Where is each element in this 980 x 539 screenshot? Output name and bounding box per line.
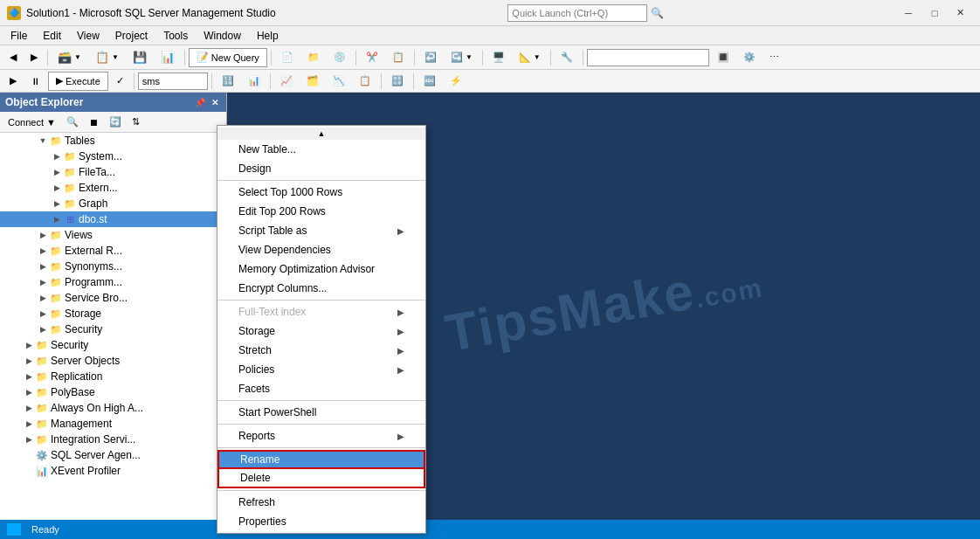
maximize-button[interactable]: □	[922, 4, 947, 22]
execute-button[interactable]: ▶ Execute	[48, 72, 108, 91]
ctx-facets[interactable]: Facets	[217, 379, 425, 398]
toolbar-btn7[interactable]: 💿	[328, 48, 352, 67]
toolbar-btn17[interactable]: ⋯	[763, 48, 785, 67]
query-btn5[interactable]: 📊	[242, 72, 266, 91]
menu-project[interactable]: Project	[108, 28, 155, 44]
query-btn6[interactable]: 📈	[274, 72, 299, 91]
ctx-refresh[interactable]: Refresh	[217, 493, 425, 512]
query-btn2[interactable]: ⏸	[24, 72, 46, 91]
menu-window[interactable]: Window	[197, 28, 248, 44]
tree-item-security-inner[interactable]: ▶ 📁 Security	[0, 321, 226, 337]
tree-item-extern[interactable]: ▶ 📁 Extern...	[0, 180, 226, 196]
expander-xevent	[23, 465, 35, 477]
back-button[interactable]: ◀	[3, 48, 23, 67]
oe-pin-button[interactable]: 📌	[194, 96, 206, 108]
connect-button[interactable]: Connect ▼	[3, 114, 60, 130]
toolbar-btn14[interactable]: 🔧	[555, 48, 579, 67]
tree-item-serverobjects[interactable]: ▶ 📁 Server Objects	[0, 353, 226, 369]
ctx-new-table[interactable]: New Table...	[217, 140, 425, 159]
oe-stop-button[interactable]: ⏹	[85, 114, 103, 130]
toolbar-search-input[interactable]	[587, 49, 709, 66]
close-button[interactable]: ✕	[949, 4, 973, 22]
query-btn7[interactable]: 🗂️	[300, 72, 325, 91]
back-icon: ◀	[10, 52, 17, 63]
menu-file[interactable]: File	[3, 28, 34, 44]
tree-item-servicebro[interactable]: ▶ 📁 Service Bro...	[0, 290, 226, 306]
forward-button[interactable]: ▶	[24, 48, 44, 67]
query-btn1[interactable]: ▶	[3, 72, 23, 91]
db-toolbar-btn1[interactable]: 🗃️ ▼	[52, 48, 87, 67]
ctx-select-top[interactable]: Select Top 1000 Rows	[217, 183, 425, 202]
sms-input[interactable]	[138, 73, 208, 90]
tree-item-synonyms[interactable]: ▶ 📁 Synonyms...	[0, 259, 226, 274]
ctx-design[interactable]: Design	[217, 159, 425, 178]
tree-item-replication[interactable]: ▶ 📁 Replication	[0, 369, 226, 384]
query-btn4[interactable]: 🔢	[216, 72, 240, 91]
ctx-view-deps[interactable]: View Dependencies	[217, 240, 425, 259]
oe-sort-button[interactable]: ⇅	[128, 114, 144, 130]
query-btn11[interactable]: 🔤	[418, 72, 442, 91]
tree-item-security[interactable]: ▶ 📁 Security	[0, 337, 226, 353]
toolbar-btn15[interactable]: 🔳	[711, 48, 735, 67]
ctx-rename[interactable]: Rename	[217, 450, 425, 469]
ctx-properties[interactable]: Properties	[217, 512, 425, 531]
tree-item-polybase[interactable]: ▶ 📁 PolyBase	[0, 384, 226, 400]
menu-help[interactable]: Help	[250, 28, 286, 44]
ctx-policies[interactable]: Policies ▶	[217, 360, 425, 379]
menu-edit[interactable]: Edit	[36, 28, 68, 44]
ctx-script-table[interactable]: Script Table as ▶	[217, 221, 425, 240]
tree-item-xevent[interactable]: 📊 XEvent Profiler	[0, 463, 226, 479]
tree-item-externalr[interactable]: ▶ 📁 External R...	[0, 243, 226, 259]
title-search-area: 🔍	[507, 4, 664, 22]
new-query-button[interactable]: 📝 New Query	[189, 48, 267, 67]
query-btn9[interactable]: 📋	[353, 72, 377, 91]
tree-item-graph[interactable]: ▶ 📁 Graph	[0, 196, 226, 211]
tree-item-sqlagent[interactable]: ⚙️ SQL Server Agen...	[0, 447, 226, 463]
tree-item-programm[interactable]: ▶ 📁 Programm...	[0, 274, 226, 290]
ctx-storage[interactable]: Storage ▶	[217, 321, 425, 341]
tree-item-views[interactable]: ▶ 📁 Views	[0, 227, 226, 243]
toolbar-btn8[interactable]: ✂️	[360, 48, 384, 67]
toolbar-btn9[interactable]: 📋	[386, 48, 411, 67]
tree-item-integration[interactable]: ▶ 📁 Integration Servi...	[0, 432, 226, 447]
toolbar-btn16[interactable]: ⚙️	[737, 48, 762, 67]
oe-refresh-button[interactable]: 🔄	[105, 114, 126, 130]
ctx-start-ps[interactable]: Start PowerShell	[217, 403, 425, 422]
query-btn3[interactable]: ✓	[110, 72, 130, 91]
minimize-button[interactable]: ─	[896, 4, 921, 22]
ctx-scroll-up[interactable]: ▲	[217, 128, 425, 140]
toolbar-btn11[interactable]: ↪️ ▼	[445, 48, 479, 67]
tree-item-management[interactable]: ▶ 📁 Management	[0, 416, 226, 432]
menu-tools[interactable]: Tools	[156, 28, 195, 44]
tree-item-storage[interactable]: ▶ 📁 Storage	[0, 306, 226, 321]
toolbar-btn10[interactable]: ↩️	[418, 48, 443, 67]
tree-item-system[interactable]: ▶ 📁 System...	[0, 149, 226, 164]
query-btn8[interactable]: 📉	[327, 72, 351, 91]
query-btn12[interactable]: ⚡	[444, 72, 468, 91]
ctx-memory-opt[interactable]: Memory Optimization Advisor	[217, 259, 425, 279]
menu-view[interactable]: View	[70, 28, 107, 44]
ctx-encrypt[interactable]: Encrypt Columns...	[217, 279, 425, 298]
db-toolbar-btn4[interactable]: 📊	[155, 48, 181, 67]
oe-filter-button[interactable]: 🔍	[62, 114, 83, 130]
object-explorer-tree: ▼ 📁 Tables ▶ 📁 System... ▶ 📁 FileTa... ▶…	[0, 133, 226, 520]
tree-item-tables[interactable]: ▼ 📁 Tables	[0, 133, 226, 149]
folder-icon-fileta: 📁	[63, 165, 77, 179]
ctx-delete[interactable]: Delete	[217, 469, 425, 488]
connect-label: Connect ▼	[8, 117, 56, 128]
toolbar-btn5[interactable]: 📄	[275, 48, 300, 67]
toolbar-btn6[interactable]: 📁	[301, 48, 326, 67]
ctx-reports[interactable]: Reports ▶	[217, 426, 425, 446]
ctx-stretch[interactable]: Stretch ▶	[217, 341, 425, 360]
toolbar-btn12[interactable]: 🖥️	[487, 48, 511, 67]
tree-item-alwayson[interactable]: ▶ 📁 Always On High A...	[0, 400, 226, 416]
ctx-edit-top[interactable]: Edit Top 200 Rows	[217, 202, 425, 221]
toolbar-btn13[interactable]: 📐 ▼	[513, 48, 547, 67]
db-toolbar-btn3[interactable]: 💾	[127, 48, 153, 67]
db-toolbar-btn2[interactable]: 📋 ▼	[89, 48, 125, 67]
tree-item-fileta[interactable]: ▶ 📁 FileTa...	[0, 164, 226, 180]
oe-close-button[interactable]: ✕	[209, 96, 221, 108]
query-btn10[interactable]: 🔡	[385, 72, 410, 91]
tree-item-dbost[interactable]: ▶ ⊞ dbo.st	[0, 211, 226, 227]
quick-launch-input[interactable]	[507, 4, 647, 22]
